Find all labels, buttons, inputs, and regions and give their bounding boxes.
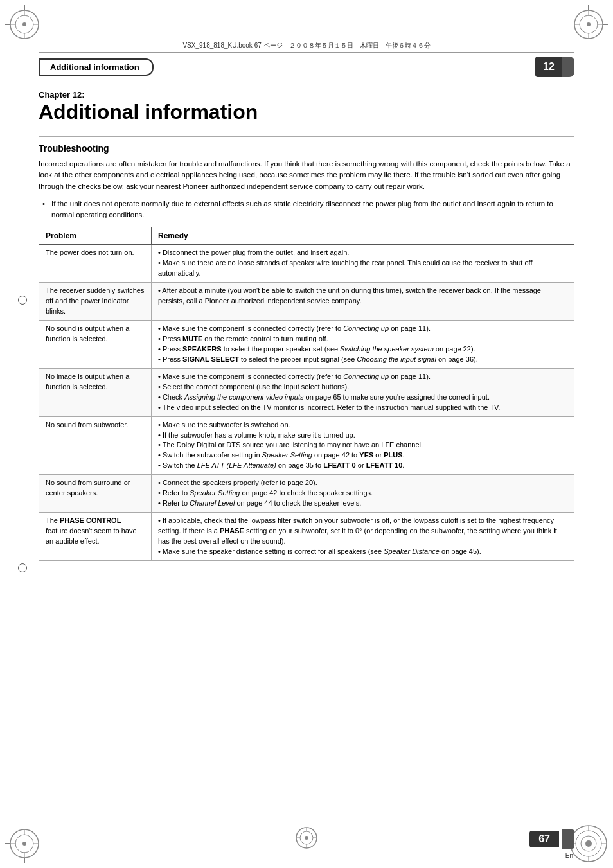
- corner-decoration-br: [569, 824, 608, 863]
- chapter-number-tail: [562, 57, 574, 77]
- static-note: If the unit does not operate normally du…: [51, 199, 574, 221]
- remedy-cell: • Make sure the component is connected c…: [152, 321, 574, 369]
- troubleshooting-table: Problem Remedy The power does not turn o…: [39, 227, 574, 560]
- chapter-header-left: Additional information: [39, 58, 154, 76]
- chapter-header-bar: Additional information 12: [39, 57, 574, 77]
- table-row: The PHASE CONTROL feature doesn't seem t…: [39, 513, 574, 561]
- table-row: No image is output when a function is se…: [39, 368, 574, 416]
- table-row: The power does not turn on.• Disconnect …: [39, 245, 574, 283]
- corner-decoration-bl: [5, 824, 44, 863]
- binding-circle-bottom: [18, 563, 27, 572]
- problem-cell: No sound is output when a function is se…: [39, 321, 152, 369]
- remedy-cell: • Connect the speakers properly (refer t…: [152, 475, 574, 513]
- table-header-remedy: Remedy: [152, 227, 574, 245]
- svg-point-30: [585, 840, 592, 847]
- troubleshooting-intro: Incorrect operations are often mistaken …: [39, 159, 574, 192]
- problem-cell: No image is output when a function is se…: [39, 368, 152, 416]
- chapter-header-right: 12: [535, 57, 574, 77]
- remedy-cell: • Make sure the subwoofer is switched on…: [152, 416, 574, 475]
- center-bottom-decoration: [294, 825, 319, 853]
- page-footer: 67: [529, 829, 574, 849]
- table-row: The receiver suddenly switches off and t…: [39, 283, 574, 321]
- problem-cell: No sound from subwoofer.: [39, 416, 152, 475]
- chapter-header-title: Additional information: [39, 58, 154, 76]
- svg-point-37: [305, 836, 308, 840]
- file-info-text: VSX_918_818_KU.book 67 ページ ２００８年５月１５日 木曜…: [182, 41, 430, 50]
- problem-cell: The power does not turn on.: [39, 245, 152, 283]
- chapter-number: 12: [535, 57, 562, 77]
- remedy-cell: • If applicable, check that the lowpass …: [152, 513, 574, 561]
- svg-point-11: [587, 22, 591, 26]
- table-row: No sound is output when a function is se…: [39, 321, 574, 369]
- corner-decoration-tr: [569, 5, 608, 44]
- page-number: 67: [529, 831, 559, 847]
- corner-decoration-tl: [5, 5, 44, 44]
- section-divider: [39, 136, 574, 137]
- remedy-cell: • After about a minute (you won't be abl…: [152, 283, 574, 321]
- table-row: No sound from surround or center speaker…: [39, 475, 574, 513]
- chapter-main-title: Additional information: [39, 101, 574, 123]
- svg-point-20: [22, 842, 26, 846]
- page-lang: En: [565, 852, 573, 859]
- remedy-cell: • Make sure the component is connected c…: [152, 368, 574, 416]
- remedy-cell: • Disconnect the power plug from the out…: [152, 245, 574, 283]
- table-header-problem: Problem: [39, 227, 152, 245]
- page-number-tail: [562, 829, 574, 849]
- problem-cell: The PHASE CONTROL feature doesn't seem t…: [39, 513, 152, 561]
- main-content: Chapter 12: Additional information Troub…: [39, 84, 574, 817]
- table-row: No sound from subwoofer.• Make sure the …: [39, 416, 574, 475]
- file-info-bar: VSX_918_818_KU.book 67 ページ ２００８年５月１５日 木曜…: [39, 39, 574, 53]
- chapter-label: Chapter 12:: [39, 90, 574, 100]
- binding-circle-top: [18, 296, 27, 305]
- problem-cell: The receiver suddenly switches off and t…: [39, 283, 152, 321]
- svg-point-2: [22, 22, 26, 26]
- troubleshooting-heading: Troubleshooting: [39, 143, 574, 154]
- problem-cell: No sound from surround or center speaker…: [39, 475, 152, 513]
